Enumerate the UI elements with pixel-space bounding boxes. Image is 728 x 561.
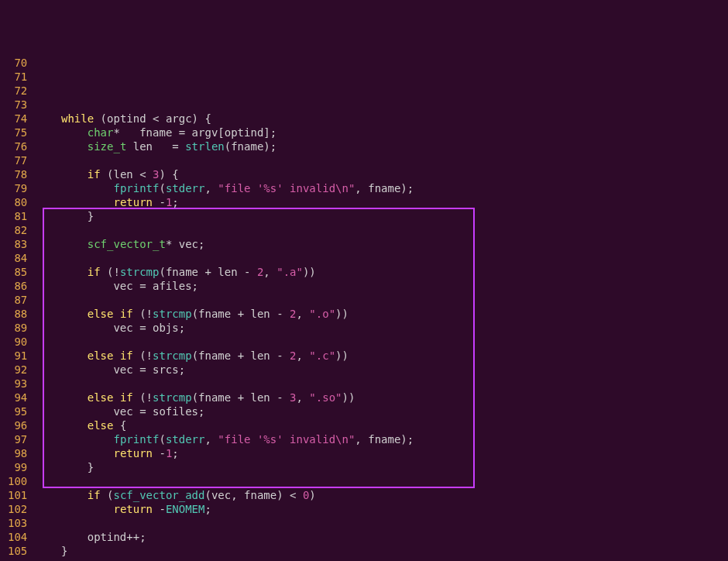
- code-line: scf_vector_t* vec;: [35, 237, 414, 251]
- line-number: 91: [8, 349, 27, 363]
- line-number: 82: [8, 223, 27, 237]
- line-number: 71: [8, 70, 27, 84]
- code-line: while (optind < argc) {: [35, 112, 414, 126]
- code-line: return -ENOMEM;: [35, 502, 414, 516]
- line-number: 93: [8, 377, 27, 391]
- line-number: 70: [8, 56, 27, 70]
- line-number: 102: [8, 502, 27, 516]
- code-editor: 7071727374757677787980818283848586878889…: [0, 56, 728, 561]
- line-number: 87: [8, 293, 27, 307]
- code-line: vec = srcs;: [35, 363, 414, 377]
- line-number: 78: [8, 167, 27, 181]
- code-line: [35, 223, 414, 237]
- code-line: [35, 558, 414, 561]
- code-line: vec = afiles;: [35, 279, 414, 293]
- line-number: 96: [8, 418, 27, 432]
- code-line: [35, 377, 414, 391]
- code-content: while (optind < argc) { char* fname = ar…: [35, 56, 421, 561]
- line-number: 83: [8, 237, 27, 251]
- code-line: }: [35, 544, 414, 558]
- code-line: else if (!strcmp(fname + len - 2, ".o")): [35, 307, 414, 321]
- code-line: if (scf_vector_add(vec, fname) < 0): [35, 488, 414, 502]
- line-number: 90: [8, 335, 27, 349]
- line-number: 89: [8, 321, 27, 335]
- line-number: 72: [8, 84, 27, 98]
- line-number: 92: [8, 363, 27, 377]
- line-number: 100: [8, 474, 27, 488]
- line-number-gutter: 7071727374757677787980818283848586878889…: [0, 56, 35, 561]
- line-number: 79: [8, 181, 27, 195]
- line-number: 85: [8, 265, 27, 279]
- code-line: [35, 516, 414, 530]
- code-line: if (len < 3) {: [35, 167, 414, 181]
- line-number: 101: [8, 488, 27, 502]
- code-line: return -1;: [35, 195, 414, 209]
- code-line: vec = objs;: [35, 321, 414, 335]
- code-line: [35, 251, 414, 265]
- line-number: 94: [8, 391, 27, 404]
- code-line: char* fname = argv[optind];: [35, 126, 414, 139]
- line-number: 98: [8, 446, 27, 460]
- code-line: [35, 153, 414, 167]
- line-number: 76: [8, 139, 27, 153]
- line-number: 105: [8, 544, 27, 558]
- code-line: [35, 293, 414, 307]
- line-number: 104: [8, 530, 27, 544]
- code-line: else if (!strcmp(fname + len - 2, ".c")): [35, 349, 414, 363]
- line-number: 86: [8, 279, 27, 293]
- code-line: size_t len = strlen(fname);: [35, 139, 414, 153]
- code-line: optind++;: [35, 530, 414, 544]
- line-number: 88: [8, 307, 27, 321]
- line-number: 103: [8, 516, 27, 530]
- code-line: [35, 335, 414, 349]
- line-number: 84: [8, 251, 27, 265]
- line-number: 81: [8, 209, 27, 223]
- code-line: else if (!strcmp(fname + len - 3, ".so")…: [35, 391, 414, 404]
- line-number: 74: [8, 112, 27, 126]
- line-number: 80: [8, 195, 27, 209]
- code-line: }: [35, 460, 414, 474]
- code-line: [35, 474, 414, 488]
- line-number: 73: [8, 98, 27, 112]
- code-line: fprintf(stderr, "file '%s' invalid\n", f…: [35, 181, 414, 195]
- code-line: else {: [35, 418, 414, 432]
- code-line: if (!strcmp(fname + len - 2, ".a")): [35, 265, 414, 279]
- code-line: vec = sofiles;: [35, 404, 414, 418]
- code-line: [35, 98, 414, 112]
- code-line: return -1;: [35, 446, 414, 460]
- code-line: }: [35, 209, 414, 223]
- line-number: 77: [8, 153, 27, 167]
- line-number: 75: [8, 126, 27, 139]
- line-number: 95: [8, 404, 27, 418]
- code-line: fprintf(stderr, "file '%s' invalid\n", f…: [35, 432, 414, 446]
- line-number: 106: [8, 558, 27, 561]
- line-number: 99: [8, 460, 27, 474]
- line-number: 97: [8, 432, 27, 446]
